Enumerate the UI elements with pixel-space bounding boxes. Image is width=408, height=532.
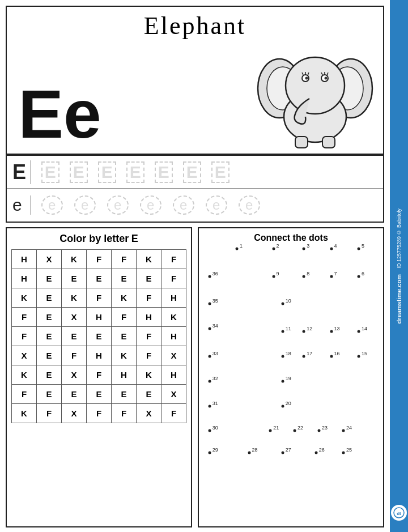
dot-point[interactable] bbox=[330, 247, 333, 250]
grid-cell[interactable]: K bbox=[112, 288, 137, 308]
dot-point[interactable] bbox=[342, 452, 345, 454]
dot-point[interactable] bbox=[294, 429, 296, 432]
dot-point[interactable] bbox=[357, 355, 360, 357]
trace-dashed-E-6[interactable]: E bbox=[183, 161, 201, 183]
dot-point[interactable] bbox=[314, 452, 317, 454]
grid-cell[interactable]: X bbox=[37, 250, 62, 269]
grid-cell[interactable]: F bbox=[112, 250, 137, 269]
grid-cell[interactable]: F bbox=[87, 250, 112, 269]
trace-dashed-e-4[interactable]: e bbox=[140, 195, 162, 215]
grid-cell[interactable]: H bbox=[87, 346, 112, 365]
dot-point[interactable] bbox=[208, 405, 211, 407]
grid-cell[interactable]: K bbox=[112, 346, 137, 365]
grid-cell[interactable]: X bbox=[162, 385, 186, 404]
grid-cell[interactable]: E bbox=[112, 327, 137, 346]
dot-point[interactable] bbox=[357, 275, 360, 278]
grid-cell[interactable]: X bbox=[162, 346, 186, 365]
trace-dashed-e-2[interactable]: e bbox=[74, 195, 96, 215]
trace-dashed-E-7[interactable]: E bbox=[211, 161, 230, 183]
dot-point[interactable] bbox=[330, 330, 333, 333]
grid-cell[interactable]: K bbox=[162, 308, 186, 327]
dot-point[interactable] bbox=[330, 355, 333, 357]
grid-cell[interactable]: E bbox=[87, 269, 112, 288]
grid-cell[interactable]: H bbox=[87, 308, 112, 327]
grid-cell[interactable]: X bbox=[62, 308, 87, 327]
grid-cell[interactable]: F bbox=[87, 288, 112, 308]
grid-cell[interactable]: E bbox=[62, 269, 87, 288]
grid-cell[interactable]: H bbox=[162, 365, 186, 385]
grid-cell[interactable]: E bbox=[37, 269, 62, 288]
dot-point[interactable] bbox=[208, 429, 211, 432]
grid-cell[interactable]: E bbox=[37, 327, 62, 346]
trace-dashed-e-7[interactable]: e bbox=[239, 195, 260, 215]
dot-point[interactable] bbox=[208, 452, 211, 454]
dot-point[interactable] bbox=[303, 330, 305, 333]
dot-point[interactable] bbox=[272, 275, 275, 278]
grid-cell[interactable]: F bbox=[87, 365, 112, 385]
grid-cell[interactable]: K bbox=[62, 288, 87, 308]
dot-point[interactable] bbox=[208, 380, 211, 382]
grid-cell[interactable]: E bbox=[62, 385, 87, 404]
dot-point[interactable] bbox=[303, 275, 305, 278]
grid-cell[interactable]: E bbox=[112, 269, 137, 288]
grid-cell[interactable]: F bbox=[162, 269, 186, 288]
grid-cell[interactable]: E bbox=[37, 385, 62, 404]
dot-point[interactable] bbox=[281, 452, 284, 454]
grid-cell[interactable]: K bbox=[12, 288, 37, 308]
grid-cell[interactable]: E bbox=[87, 327, 112, 346]
grid-cell[interactable]: H bbox=[12, 250, 37, 269]
trace-dashed-E-3[interactable]: E bbox=[98, 161, 116, 183]
grid-cell[interactable]: F bbox=[12, 308, 37, 327]
grid-cell[interactable]: E bbox=[37, 308, 62, 327]
grid-cell[interactable]: H bbox=[162, 288, 186, 308]
grid-cell[interactable]: H bbox=[162, 327, 186, 346]
trace-dashed-e-6[interactable]: e bbox=[206, 195, 227, 215]
grid-cell[interactable]: K bbox=[137, 365, 162, 385]
grid-cell[interactable]: E bbox=[87, 385, 112, 404]
dot-point[interactable] bbox=[357, 247, 360, 250]
dot-point[interactable] bbox=[281, 380, 284, 382]
grid-cell[interactable]: X bbox=[137, 404, 162, 423]
grid-cell[interactable]: F bbox=[137, 288, 162, 308]
dot-point[interactable] bbox=[236, 247, 239, 250]
dot-point[interactable] bbox=[303, 247, 305, 250]
dot-point[interactable] bbox=[208, 355, 211, 357]
grid-cell[interactable]: K bbox=[12, 404, 37, 423]
dot-point[interactable] bbox=[342, 429, 345, 432]
grid-cell[interactable]: X bbox=[62, 365, 87, 385]
grid-cell[interactable]: X bbox=[62, 404, 87, 423]
grid-cell[interactable]: E bbox=[137, 385, 162, 404]
dot-point[interactable] bbox=[269, 429, 272, 432]
grid-cell[interactable]: E bbox=[37, 346, 62, 365]
trace-dashed-e-1[interactable]: e bbox=[41, 195, 63, 215]
dots-area[interactable]: 1234567893635103411121314331817161532193… bbox=[203, 246, 379, 518]
dot-point[interactable] bbox=[208, 303, 211, 305]
dot-point[interactable] bbox=[272, 247, 275, 250]
trace-dashed-E-2[interactable]: E bbox=[70, 161, 88, 183]
grid-cell[interactable]: F bbox=[112, 308, 137, 327]
trace-dashed-E-1[interactable]: E bbox=[41, 161, 60, 183]
grid-cell[interactable]: K bbox=[137, 250, 162, 269]
grid-cell[interactable]: K bbox=[12, 365, 37, 385]
grid-cell[interactable]: F bbox=[137, 327, 162, 346]
trace-dashed-E-5[interactable]: E bbox=[155, 161, 173, 183]
grid-cell[interactable]: F bbox=[37, 404, 62, 423]
grid-cell[interactable]: F bbox=[112, 404, 137, 423]
grid-cell[interactable]: F bbox=[62, 346, 87, 365]
trace-dashed-e-3[interactable]: e bbox=[107, 195, 129, 215]
trace-dashed-E-4[interactable]: E bbox=[126, 161, 144, 183]
grid-cell[interactable]: F bbox=[12, 327, 37, 346]
dot-point[interactable] bbox=[248, 452, 250, 454]
dot-point[interactable] bbox=[303, 355, 305, 357]
dot-point[interactable] bbox=[281, 330, 284, 333]
dot-point[interactable] bbox=[281, 405, 284, 407]
grid-cell[interactable]: H bbox=[137, 308, 162, 327]
dot-point[interactable] bbox=[318, 429, 321, 432]
dot-point[interactable] bbox=[281, 355, 284, 357]
grid-cell[interactable]: F bbox=[137, 346, 162, 365]
dot-point[interactable] bbox=[330, 275, 333, 278]
grid-cell[interactable]: E bbox=[112, 385, 137, 404]
grid-cell[interactable]: H bbox=[112, 365, 137, 385]
grid-cell[interactable]: E bbox=[62, 327, 87, 346]
dot-point[interactable] bbox=[208, 327, 211, 330]
